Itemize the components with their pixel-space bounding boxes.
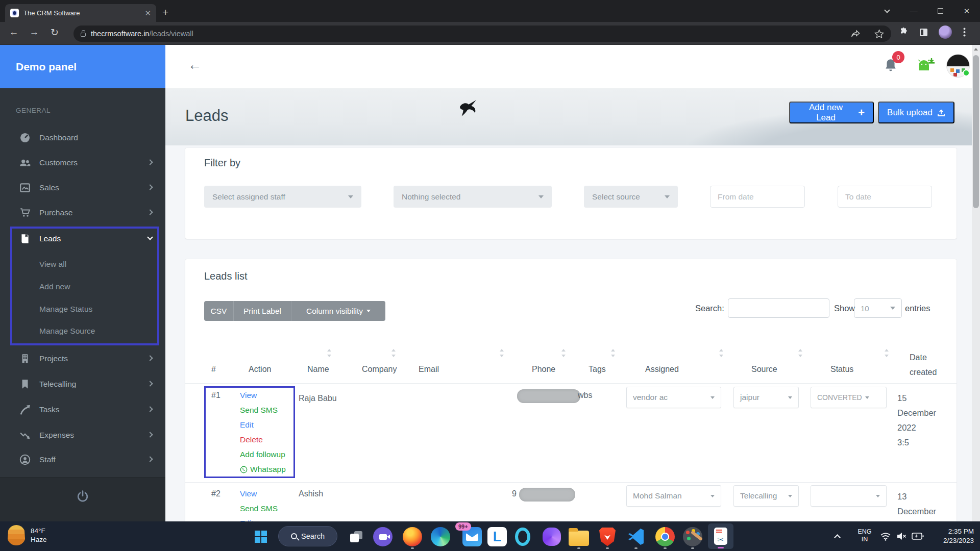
- loop-button[interactable]: [541, 526, 562, 547]
- video-chat-app-button[interactable]: [372, 526, 394, 547]
- source-select[interactable]: jaipur: [733, 387, 799, 408]
- bookmark-star-icon[interactable]: [874, 29, 884, 38]
- column-header-action[interactable]: Action: [249, 365, 271, 374]
- sidebar-item-tasks[interactable]: Tasks: [0, 397, 165, 422]
- sort-arrows-icon[interactable]: [561, 349, 566, 357]
- battery-indicator[interactable]: [912, 521, 924, 551]
- sort-arrows-icon[interactable]: [391, 349, 396, 357]
- scroll-up-button[interactable]: [972, 45, 980, 53]
- status-filter-select[interactable]: Nothing selected: [394, 186, 552, 208]
- start-button[interactable]: [250, 526, 272, 547]
- sidebar-item-dashboard[interactable]: Dashboard: [0, 125, 165, 150]
- sidebar-item-sales[interactable]: Sales: [0, 175, 165, 200]
- tray-show-hidden-icons[interactable]: [835, 521, 840, 551]
- taskbar-clock[interactable]: 2:35 PM2/23/2023: [938, 521, 974, 551]
- sort-arrows-icon[interactable]: [611, 349, 615, 357]
- column-visibility-button[interactable]: Column visibility: [291, 301, 385, 321]
- edge-button[interactable]: [430, 526, 451, 547]
- column-header-tags[interactable]: Tags: [589, 365, 606, 374]
- sidebar-subitem-manage-source[interactable]: Manage Source: [39, 327, 95, 336]
- table-search-input[interactable]: [728, 298, 829, 318]
- android-app-download-icon[interactable]: [913, 56, 935, 77]
- paint-app-button[interactable]: [682, 526, 703, 547]
- sidebar-subitem-manage-status[interactable]: Manage Status: [39, 305, 92, 314]
- action-send-sms-link[interactable]: Send SMS: [240, 504, 278, 513]
- share-icon[interactable]: [851, 29, 861, 38]
- taskbar-weather-widget[interactable]: 84°FHaze: [7, 525, 47, 545]
- sidebar-subitem-add-new[interactable]: Add new: [39, 282, 70, 291]
- url-text[interactable]: thecrmsoftware.in/leads/viewall: [91, 30, 193, 38]
- lock-icon[interactable]: [81, 33, 86, 37]
- wifi-indicator[interactable]: [880, 521, 891, 551]
- sidebar-item-expenses[interactable]: Expenses: [0, 422, 165, 447]
- new-tab-button[interactable]: +: [162, 7, 168, 17]
- window-maximize-button[interactable]: [927, 0, 953, 22]
- page-size-select[interactable]: 10: [854, 298, 902, 318]
- assigned-staff-select[interactable]: Select assigned staff: [204, 186, 361, 208]
- power-icon[interactable]: [76, 490, 89, 503]
- mail-button[interactable]: 99+: [461, 526, 483, 547]
- sidebar-item-telecalling[interactable]: Telecalling: [0, 371, 165, 396]
- column-header-phone[interactable]: Phone: [532, 365, 555, 374]
- opera-button[interactable]: [512, 526, 533, 547]
- browser-profile-avatar[interactable]: [939, 26, 952, 39]
- file-explorer-button[interactable]: [568, 526, 590, 547]
- volume-muted-indicator[interactable]: [896, 521, 907, 551]
- csv-export-button[interactable]: CSV: [204, 301, 233, 321]
- browser-forward-button[interactable]: →: [27, 27, 42, 38]
- browser-reload-button[interactable]: ↻: [47, 27, 62, 38]
- action-whatsapp-link[interactable]: Whatsapp: [240, 465, 286, 474]
- taskbar-search[interactable]: Search: [278, 526, 337, 546]
- address-bar[interactable]: thecrmsoftware.in/leads/viewall: [74, 26, 891, 42]
- sort-arrows-icon[interactable]: [500, 349, 504, 357]
- browser-back-button[interactable]: ←: [6, 27, 21, 38]
- column-header-company[interactable]: Company: [362, 365, 397, 374]
- action-edit-link[interactable]: Edit: [240, 420, 254, 430]
- column-header-status[interactable]: Status: [830, 365, 853, 374]
- browser-tab[interactable]: The CRM Software ✕: [5, 4, 156, 22]
- bulk-upload-button[interactable]: Bulk upload: [878, 102, 954, 123]
- action-view-link[interactable]: View: [240, 391, 257, 400]
- add-new-lead-button[interactable]: Add new Lead+: [789, 102, 874, 123]
- sort-arrows-icon[interactable]: [798, 349, 802, 357]
- tab-search-icon[interactable]: [874, 0, 900, 22]
- firefox-button[interactable]: [402, 526, 423, 547]
- extensions-puzzle-icon[interactable]: [898, 27, 909, 37]
- language-indicator[interactable]: ENGIN: [853, 521, 876, 551]
- sort-arrows-icon[interactable]: [327, 349, 331, 357]
- sidebar-item-purchase[interactable]: Purchase: [0, 200, 165, 225]
- from-date-input[interactable]: [710, 186, 805, 208]
- page-scrollbar[interactable]: [972, 45, 980, 521]
- sort-arrows-icon[interactable]: [719, 349, 723, 357]
- print-label-button[interactable]: Print Label: [233, 301, 291, 321]
- brave-button[interactable]: [597, 526, 618, 547]
- chrome-button[interactable]: [654, 526, 676, 547]
- source-filter-select[interactable]: Select source: [584, 186, 678, 208]
- task-view-button[interactable]: [346, 526, 367, 547]
- sidebar-subitem-view-all[interactable]: View all: [39, 260, 66, 269]
- column-header-num[interactable]: #: [211, 365, 216, 374]
- side-panel-icon[interactable]: [920, 29, 927, 36]
- vscode-button[interactable]: [625, 526, 647, 547]
- window-close-button[interactable]: ✕: [953, 0, 980, 22]
- assigned-select[interactable]: vendor ac: [626, 387, 721, 408]
- status-select[interactable]: CONVERTED: [811, 387, 887, 408]
- column-header-email[interactable]: Email: [419, 365, 439, 374]
- lightshot-button[interactable]: L: [486, 526, 508, 547]
- column-header-date-created[interactable]: Date created: [910, 350, 945, 380]
- status-select[interactable]: [811, 485, 887, 507]
- column-header-source[interactable]: Source: [751, 365, 777, 374]
- column-header-name[interactable]: Name: [307, 365, 329, 374]
- sidebar-item-leads[interactable]: Leads: [0, 226, 165, 251]
- app-back-arrow[interactable]: ←: [188, 57, 202, 73]
- snipping-tool-active-button[interactable]: ✂: [708, 523, 733, 549]
- scrollbar-thumb[interactable]: [973, 55, 979, 208]
- window-minimize-button[interactable]: —: [900, 0, 927, 22]
- to-date-input[interactable]: [838, 186, 932, 208]
- browser-menu-kebab-icon[interactable]: [963, 28, 966, 37]
- action-send-sms-link[interactable]: Send SMS: [240, 406, 278, 415]
- tab-close-icon[interactable]: ✕: [144, 9, 151, 17]
- sidebar-item-customers[interactable]: Customers: [0, 150, 165, 175]
- action-add-followup-link[interactable]: Add followup: [240, 450, 285, 459]
- source-select[interactable]: Telecalling: [733, 485, 799, 507]
